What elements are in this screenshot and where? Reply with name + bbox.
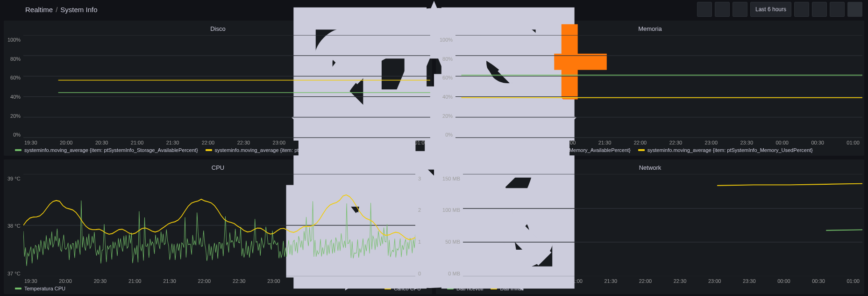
- chart-memoria: [455, 35, 862, 138]
- panel-body-cpu: 39 °C 38 °C 37 °C 3 2 1 0: [6, 174, 430, 277]
- chart-cpu: [23, 174, 415, 277]
- y-axis-cpu-right: 3 2 1 0: [415, 174, 430, 277]
- panel-network[interactable]: Network 150 MB 100 MB 50 MB 0 MB 19:3020…: [436, 159, 864, 295]
- chart-disco: [23, 35, 430, 138]
- chart-network: [463, 174, 862, 277]
- y-axis-memoria: 100% 80% 60% 40% 20% 0%: [438, 35, 455, 138]
- panel-body-memoria: 100% 80% 60% 40% 20% 0%: [438, 35, 862, 138]
- panel-memoria[interactable]: Memoria 100% 80% 60% 40% 20% 0%: [436, 21, 864, 156]
- panel-body-disco: 100% 80% 60% 40% 20% 0%: [6, 35, 430, 138]
- kiosk-icon[interactable]: [847, 2, 862, 17]
- panel-body-network: 150 MB 100 MB 50 MB 0 MB: [438, 174, 862, 277]
- y-axis-cpu-left: 39 °C 38 °C 37 °C: [6, 174, 23, 277]
- y-axis-disco: 100% 80% 60% 40% 20% 0%: [6, 35, 23, 138]
- panel-disco[interactable]: Disco 100% 80% 60% 40% 20% 0%: [4, 21, 432, 156]
- topbar: Realtime / System Info + Last 6 hours: [0, 0, 868, 19]
- y-axis-network: 150 MB 100 MB 50 MB 0 MB: [438, 174, 463, 277]
- panel-cpu[interactable]: CPU 39 °C 38 °C 37 °C 3 2 1 0: [4, 159, 432, 295]
- topbar-right: + Last 6 hours: [697, 2, 862, 17]
